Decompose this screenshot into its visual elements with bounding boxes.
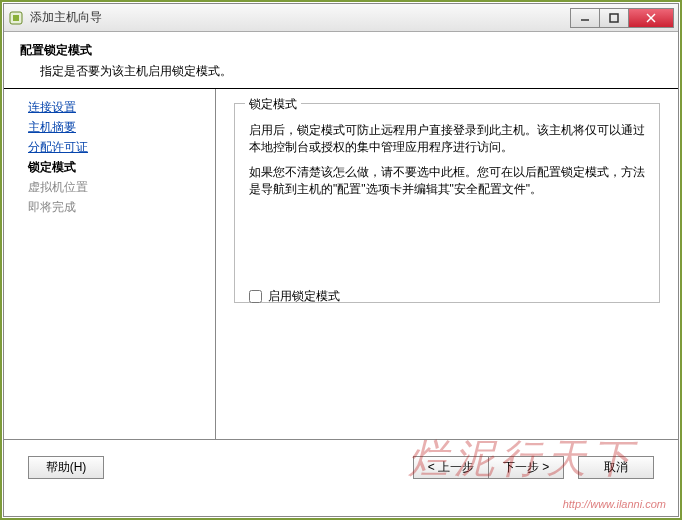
minimize-button[interactable] — [570, 8, 600, 28]
sidebar-item-connection[interactable]: 连接设置 — [8, 97, 211, 117]
sidebar-item-license[interactable]: 分配许可证 — [8, 137, 211, 157]
svg-rect-3 — [610, 14, 618, 22]
close-button[interactable] — [628, 8, 674, 28]
next-button[interactable]: 下一步 > — [488, 456, 564, 479]
enable-lockdown-checkbox[interactable] — [249, 290, 262, 303]
window-title: 添加主机向导 — [30, 9, 571, 26]
help-button[interactable]: 帮助(H) — [28, 456, 104, 479]
svg-rect-1 — [13, 15, 19, 21]
back-button[interactable]: < 上一步 — [413, 456, 489, 479]
enable-lockdown-label: 启用锁定模式 — [268, 288, 340, 305]
page-title: 配置锁定模式 — [20, 42, 662, 59]
maximize-button[interactable] — [599, 8, 629, 28]
titlebar: 添加主机向导 — [4, 4, 678, 32]
groupbox-title: 锁定模式 — [245, 96, 301, 113]
window-controls — [571, 8, 674, 28]
sidebar-item-summary[interactable]: 主机摘要 — [8, 117, 211, 137]
button-bar: 帮助(H) < 上一步 下一步 > 取消 — [4, 440, 678, 487]
enable-lockdown-row[interactable]: 启用锁定模式 — [249, 288, 645, 305]
wizard-header: 配置锁定模式 指定是否要为该主机启用锁定模式。 — [4, 32, 678, 89]
wizard-steps-sidebar: 连接设置 主机摘要 分配许可证 锁定模式 虚拟机位置 即将完成 — [4, 89, 216, 439]
lockdown-groupbox: 锁定模式 启用后，锁定模式可防止远程用户直接登录到此主机。该主机将仅可以通过本地… — [234, 103, 660, 303]
cancel-button[interactable]: 取消 — [578, 456, 654, 479]
main-panel: 锁定模式 启用后，锁定模式可防止远程用户直接登录到此主机。该主机将仅可以通过本地… — [216, 89, 678, 439]
watermark-url: http://www.ilanni.com — [563, 498, 666, 510]
page-description: 指定是否要为该主机启用锁定模式。 — [20, 63, 662, 80]
app-icon — [8, 10, 24, 26]
sidebar-item-vm-location: 虚拟机位置 — [8, 177, 211, 197]
sidebar-item-ready: 即将完成 — [8, 197, 211, 217]
lockdown-description-2: 如果您不清楚该怎么做，请不要选中此框。您可在以后配置锁定模式，方法是导航到主机的… — [249, 164, 645, 198]
sidebar-item-lockdown: 锁定模式 — [8, 157, 211, 177]
lockdown-description-1: 启用后，锁定模式可防止远程用户直接登录到此主机。该主机将仅可以通过本地控制台或授… — [249, 122, 645, 156]
